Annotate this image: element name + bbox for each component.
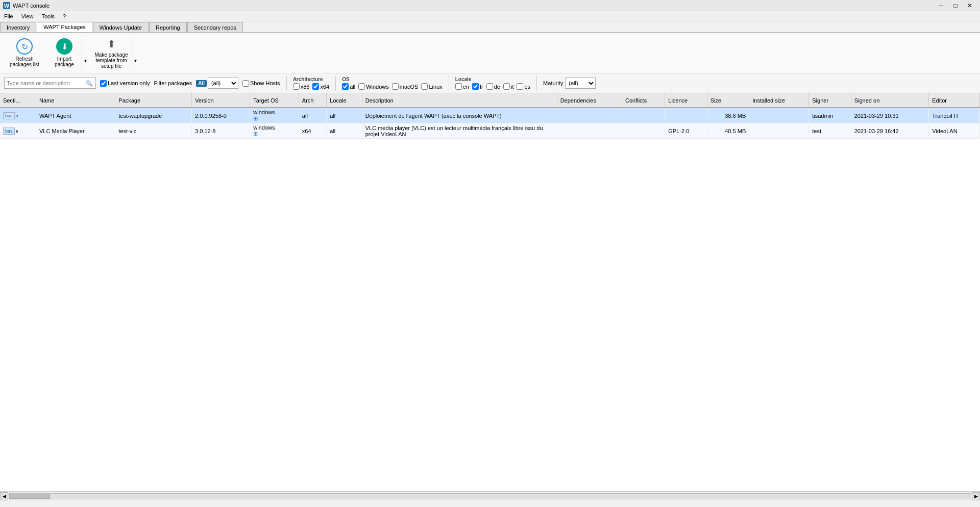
separator-3: [449, 75, 449, 91]
cell-dependencies: [557, 108, 622, 123]
maximize-button[interactable]: □: [948, 0, 963, 11]
refresh-icon: ↻: [16, 38, 33, 55]
locale-es-checkbox[interactable]: [517, 83, 523, 90]
tab-windows-update[interactable]: Windows Update: [93, 22, 149, 32]
last-version-only-checkbox[interactable]: [100, 80, 107, 87]
app-logo: W: [3, 2, 10, 9]
locale-en-text: en: [463, 84, 469, 90]
refresh-label: Refresh packages list: [7, 56, 42, 67]
maturity-group: Maturity (all): [543, 78, 596, 89]
tabs: Inventory WAPT Packages Windows Update R…: [0, 21, 980, 33]
search-input[interactable]: [7, 80, 86, 86]
arch-x86-label[interactable]: x86: [293, 83, 310, 90]
make-package-button[interactable]: ⬆ Make package template from setup file: [91, 35, 132, 71]
tab-reporting[interactable]: Reporting: [149, 22, 187, 32]
scroll-right-button[interactable]: ▶: [972, 492, 980, 500]
locale-en-checkbox[interactable]: [455, 83, 462, 90]
tab-secondary-repos[interactable]: Secondary repos: [187, 22, 243, 32]
col-description[interactable]: Description: [362, 93, 557, 108]
os-macos-label[interactable]: macOS: [392, 83, 419, 90]
locale-de-label[interactable]: de: [486, 83, 500, 90]
col-section[interactable]: Secti...: [0, 93, 36, 108]
refresh-packages-button[interactable]: ↻ Refresh packages list: [4, 35, 45, 71]
make-label: Make package template from setup file: [93, 52, 129, 69]
col-installed-size[interactable]: Installed size: [749, 93, 809, 108]
os-all-checkbox[interactable]: [342, 83, 349, 90]
menu-bar: File View Tools ?: [0, 11, 980, 21]
col-version[interactable]: Version: [192, 93, 250, 108]
col-size[interactable]: Size: [707, 93, 749, 108]
col-conflicts[interactable]: Conflicts: [622, 93, 665, 108]
cell-installed-size: [749, 123, 809, 139]
show-hosts-label[interactable]: Show Hosts: [242, 80, 280, 87]
cell-description: VLC media player (VLC) est un lecteur mu…: [362, 123, 557, 139]
arch-x64-label[interactable]: x64: [312, 83, 329, 90]
last-version-only-label[interactable]: Last version only: [100, 80, 150, 87]
make-package-wrapper: ⬆ Make package template from setup file …: [91, 35, 139, 71]
windows-icon: ⊞: [253, 131, 258, 137]
separator-2: [335, 75, 336, 91]
col-signed-on[interactable]: Signed on: [851, 93, 929, 108]
col-licence[interactable]: Licence: [665, 93, 707, 108]
cell-target-os: windows⊞: [250, 108, 299, 123]
cell-signed-on: 2021-03-29 10:31: [851, 108, 929, 123]
cell-arch: all: [299, 108, 326, 123]
table-body: baseWAPT Agenttest-waptupgrade2.0.0.9258…: [0, 108, 980, 139]
table-row[interactable]: baseVLC Media Playertest-vlc3.0.12-8wind…: [0, 123, 980, 139]
locale-en-label[interactable]: en: [455, 83, 469, 90]
horizontal-scrollbar[interactable]: [9, 493, 971, 499]
menu-tools[interactable]: Tools: [37, 11, 59, 21]
col-target-os[interactable]: Target OS: [250, 93, 299, 108]
arch-x64-checkbox[interactable]: [312, 83, 319, 90]
close-button[interactable]: ✕: [963, 0, 977, 11]
cell-signer: test: [809, 123, 851, 139]
separator-1: [286, 75, 287, 91]
tab-inventory[interactable]: Inventory: [0, 22, 36, 32]
col-signer[interactable]: Signer: [809, 93, 851, 108]
scroll-left-button[interactable]: ◀: [0, 492, 8, 500]
os-all-label[interactable]: all: [342, 83, 355, 90]
os-macos-checkbox[interactable]: [392, 83, 399, 90]
locale-fr-checkbox[interactable]: [472, 83, 479, 90]
maturity-select[interactable]: (all): [565, 78, 596, 89]
os-windows-checkbox[interactable]: [358, 83, 365, 90]
separator-4: [536, 75, 537, 91]
col-package[interactable]: Package: [115, 93, 192, 108]
col-dependencies[interactable]: Dependencies: [557, 93, 622, 108]
import-package-button[interactable]: ⬇ Import package: [47, 35, 82, 71]
cell-version: 3.0.12-8: [192, 123, 250, 139]
cell-editor: VideoLAN: [929, 123, 980, 139]
arch-x86-checkbox[interactable]: [293, 83, 300, 90]
minimize-button[interactable]: ─: [934, 0, 948, 11]
table-row[interactable]: baseWAPT Agenttest-waptupgrade2.0.0.9258…: [0, 108, 980, 123]
make-package-dropdown-arrow[interactable]: ▼: [132, 35, 139, 71]
show-hosts-checkbox[interactable]: [242, 80, 249, 87]
cell-package: test-waptupgrade: [115, 108, 192, 123]
tab-wapt-packages[interactable]: WAPT Packages: [37, 22, 92, 32]
col-arch[interactable]: Arch: [299, 93, 326, 108]
col-locale[interactable]: Locale: [327, 93, 362, 108]
os-windows-label[interactable]: Windows: [358, 83, 389, 90]
toolbar: ↻ Refresh packages list ⬇ Import package…: [0, 33, 980, 73]
locale-de-checkbox[interactable]: [486, 83, 493, 90]
filter-packages-select[interactable]: (all): [208, 78, 238, 89]
import-package-wrapper: ⬇ Import package ▼: [47, 35, 89, 71]
menu-file[interactable]: File: [0, 11, 17, 21]
locale-it-label[interactable]: it: [503, 83, 514, 90]
menu-help[interactable]: ?: [59, 11, 70, 21]
filter-row: 🔍 Last version only Filter packages All …: [4, 75, 976, 91]
import-dropdown-arrow[interactable]: ▼: [82, 35, 89, 71]
os-all-text: all: [350, 84, 355, 90]
locale-it-checkbox[interactable]: [503, 83, 510, 90]
locale-es-label[interactable]: es: [517, 83, 530, 90]
menu-view[interactable]: View: [17, 11, 38, 21]
locale-fr-label[interactable]: fr: [472, 83, 483, 90]
os-checkboxes: all Windows macOS Linux: [342, 83, 443, 90]
arch-x86-text: x86: [301, 84, 310, 90]
table-container: Secti... Name Package Version Target OS …: [0, 93, 980, 491]
col-name[interactable]: Name: [36, 93, 115, 108]
col-editor[interactable]: Editor: [929, 93, 980, 108]
os-linux-checkbox[interactable]: [421, 83, 428, 90]
os-linux-label[interactable]: Linux: [421, 83, 442, 90]
os-windows-text: Windows: [366, 84, 389, 90]
